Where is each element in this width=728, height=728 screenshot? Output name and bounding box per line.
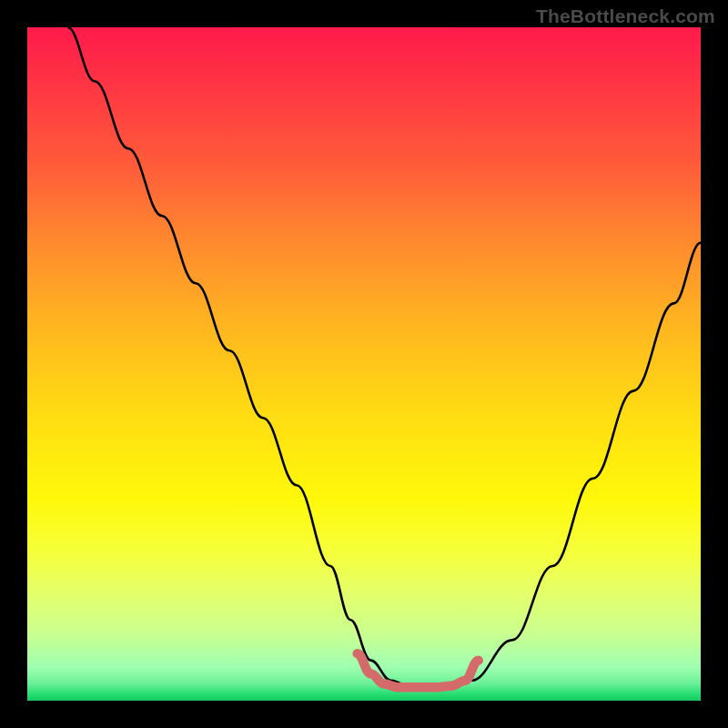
watermark-text: TheBottleneck.com [536, 5, 715, 27]
main-curve [67, 27, 701, 687]
chart-frame: TheBottleneck.com [0, 0, 728, 728]
curve-layer [27, 27, 701, 701]
plot-area [27, 27, 701, 701]
valley-highlight [358, 653, 479, 687]
